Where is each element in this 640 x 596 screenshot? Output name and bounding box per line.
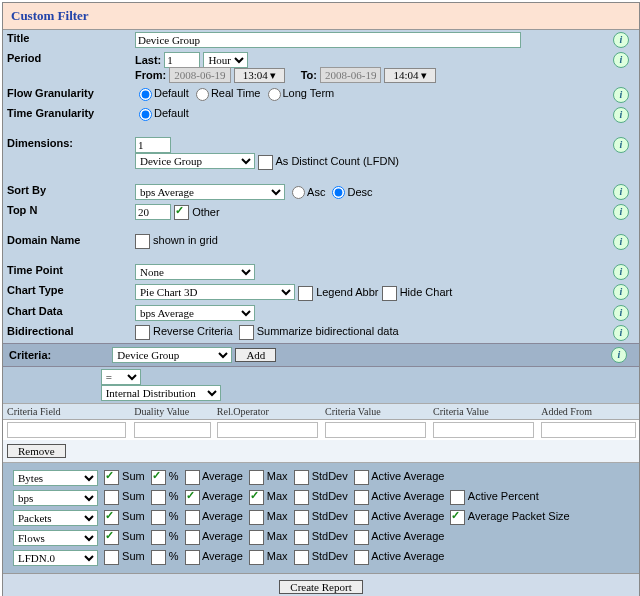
info-icon[interactable]: i bbox=[611, 347, 627, 363]
ct-label: Chart Type bbox=[3, 282, 131, 303]
add-button[interactable]: Add bbox=[235, 348, 276, 362]
pct-cb[interactable] bbox=[151, 470, 166, 485]
to-time-btn[interactable]: 14:04 ▾ bbox=[384, 68, 436, 83]
cd-select[interactable]: bps Average bbox=[135, 305, 255, 321]
sortby-label: Sort By bbox=[3, 182, 131, 202]
info-icon[interactable]: i bbox=[613, 137, 629, 153]
topn-input[interactable] bbox=[135, 204, 171, 220]
std-cb[interactable] bbox=[294, 470, 309, 485]
cv2-input[interactable] bbox=[433, 422, 534, 438]
page-title: Custom Filter bbox=[3, 3, 639, 30]
info-icon[interactable]: i bbox=[613, 184, 629, 200]
sortby-select[interactable]: bps Average bbox=[135, 184, 285, 200]
pct-cb[interactable] bbox=[151, 530, 166, 545]
pct-cb[interactable] bbox=[151, 550, 166, 565]
stat-select[interactable]: LFDN.0 bbox=[13, 550, 98, 566]
tp-select[interactable]: None bbox=[135, 264, 255, 280]
desc-radio[interactable] bbox=[332, 186, 345, 199]
avg-cb[interactable] bbox=[185, 550, 200, 565]
aa-cb[interactable] bbox=[354, 490, 369, 505]
domain-label: Domain Name bbox=[3, 232, 131, 252]
summ-checkbox[interactable] bbox=[239, 325, 254, 340]
chevron-down-icon: ▾ bbox=[270, 69, 276, 81]
flowg-radio[interactable] bbox=[139, 88, 152, 101]
std-cb[interactable] bbox=[294, 530, 309, 545]
ro-input[interactable] bbox=[217, 422, 318, 438]
cv1-input[interactable] bbox=[325, 422, 426, 438]
max-cb[interactable] bbox=[249, 530, 264, 545]
sum-cb[interactable] bbox=[104, 490, 119, 505]
sum-cb[interactable] bbox=[104, 510, 119, 525]
flowg-radio[interactable] bbox=[268, 88, 281, 101]
dv-input[interactable] bbox=[134, 422, 211, 438]
from-time-btn[interactable]: 13:04 ▾ bbox=[234, 68, 286, 83]
info-icon[interactable]: i bbox=[613, 305, 629, 321]
hide-checkbox[interactable] bbox=[382, 286, 397, 301]
aa-cb[interactable] bbox=[354, 510, 369, 525]
sum-cb[interactable] bbox=[104, 530, 119, 545]
stat-row: Bytes Sum % Average Max StdDev Active Av… bbox=[11, 469, 572, 487]
avg-cb[interactable] bbox=[185, 490, 200, 505]
rev-checkbox[interactable] bbox=[135, 325, 150, 340]
aa-cb[interactable] bbox=[354, 470, 369, 485]
asc-radio[interactable] bbox=[292, 186, 305, 199]
af-input[interactable] bbox=[541, 422, 636, 438]
shown-checkbox[interactable] bbox=[135, 234, 150, 249]
distinct-checkbox[interactable] bbox=[258, 155, 273, 170]
aa-cb[interactable] bbox=[354, 550, 369, 565]
max-cb[interactable] bbox=[249, 550, 264, 565]
dim-select[interactable]: Device Group bbox=[135, 153, 255, 169]
max-cb[interactable] bbox=[249, 490, 264, 505]
max-cb[interactable] bbox=[249, 510, 264, 525]
stat-row: Flows Sum % Average Max StdDev Active Av… bbox=[11, 529, 572, 547]
std-cb[interactable] bbox=[294, 550, 309, 565]
info-icon[interactable]: i bbox=[613, 234, 629, 250]
criteria-label: Criteria: bbox=[9, 349, 51, 361]
create-report-button[interactable]: Create Report bbox=[279, 580, 362, 594]
stat-select[interactable]: Bytes bbox=[13, 470, 98, 486]
pct-cb[interactable] bbox=[151, 490, 166, 505]
last-unit-select[interactable]: Hour bbox=[203, 52, 248, 68]
last-n-input[interactable] bbox=[164, 52, 200, 68]
max-cb[interactable] bbox=[249, 470, 264, 485]
avg-cb[interactable] bbox=[185, 470, 200, 485]
stat-select[interactable]: bps bbox=[13, 490, 98, 506]
pct-cb[interactable] bbox=[151, 510, 166, 525]
avg-cb[interactable] bbox=[185, 510, 200, 525]
criteria-value-select[interactable]: Internal Distribution bbox=[101, 385, 221, 401]
criteria-op-select[interactable]: = bbox=[101, 369, 141, 385]
stat-select[interactable]: Packets bbox=[13, 510, 98, 526]
info-icon[interactable]: i bbox=[613, 32, 629, 48]
bd-label: Bidirectional bbox=[3, 323, 131, 343]
sum-cb[interactable] bbox=[104, 470, 119, 485]
dim-n-input[interactable] bbox=[135, 137, 171, 153]
aa-cb[interactable] bbox=[354, 530, 369, 545]
std-cb[interactable] bbox=[294, 510, 309, 525]
info-icon[interactable]: i bbox=[613, 107, 629, 123]
flowg-radio[interactable] bbox=[196, 88, 209, 101]
info-icon[interactable]: i bbox=[613, 52, 629, 68]
legend-checkbox[interactable] bbox=[298, 286, 313, 301]
info-icon[interactable]: i bbox=[613, 264, 629, 280]
timeg-radio[interactable] bbox=[139, 108, 152, 121]
info-icon[interactable]: i bbox=[613, 325, 629, 341]
title-label: Title bbox=[3, 30, 131, 50]
info-icon[interactable]: i bbox=[613, 204, 629, 220]
info-icon[interactable]: i bbox=[613, 284, 629, 300]
table-row bbox=[3, 420, 639, 440]
stat-cb[interactable] bbox=[450, 490, 465, 505]
chevron-down-icon: ▾ bbox=[421, 69, 427, 81]
info-icon[interactable]: i bbox=[613, 87, 629, 103]
stat-cb[interactable] bbox=[450, 510, 465, 525]
criteria-field-select[interactable]: Device Group bbox=[112, 347, 232, 363]
stat-select[interactable]: Flows bbox=[13, 530, 98, 546]
ct-select[interactable]: Pie Chart 3D bbox=[135, 284, 295, 300]
sum-cb[interactable] bbox=[104, 550, 119, 565]
remove-button[interactable]: Remove bbox=[7, 444, 66, 458]
other-checkbox[interactable] bbox=[174, 205, 189, 220]
title-input[interactable] bbox=[135, 32, 521, 48]
avg-cb[interactable] bbox=[185, 530, 200, 545]
cf-input[interactable] bbox=[7, 422, 126, 438]
std-cb[interactable] bbox=[294, 490, 309, 505]
to-date: 2008-06-19 bbox=[320, 67, 381, 83]
